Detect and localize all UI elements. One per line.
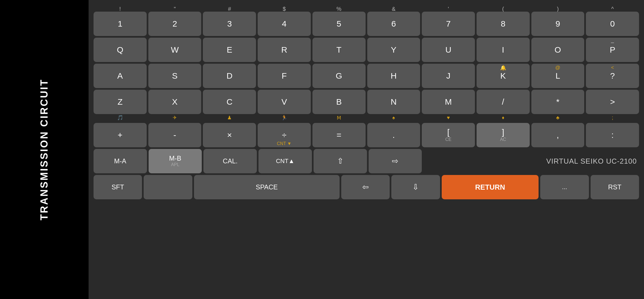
annot-x: ✈ xyxy=(148,114,201,121)
annot-z: 🎵 xyxy=(94,114,147,121)
key-sft[interactable]: SFT xyxy=(94,175,142,199)
key-g[interactable]: G xyxy=(312,64,366,88)
key-s[interactable]: S xyxy=(148,64,201,88)
key-2[interactable]: 2 xyxy=(148,12,201,36)
key-w[interactable]: W xyxy=(148,38,201,62)
key-bracket-close[interactable]: ] AC xyxy=(477,123,530,147)
key-7[interactable]: 7 xyxy=(422,12,475,36)
key-arrow-right[interactable]: ⇨ xyxy=(369,149,422,173)
key-gt[interactable]: > xyxy=(586,90,639,114)
key-c[interactable]: C xyxy=(203,90,256,114)
zxcv-container: Z X C V B N M / * > 🎵 ✈ ♟ 🏃 Ⅿ ♠ ♥ ♦ ♣ ; xyxy=(94,90,639,121)
annot-star: ♣ xyxy=(531,114,584,121)
key-9[interactable]: 9 xyxy=(531,12,584,36)
key-cal[interactable]: CAL. xyxy=(203,149,257,173)
key-d[interactable]: D xyxy=(203,64,256,88)
key-p[interactable]: – P xyxy=(586,38,639,62)
key-r[interactable]: R xyxy=(258,38,311,62)
annot-slash: ♦ xyxy=(477,114,530,121)
key-colon[interactable]: : xyxy=(586,123,639,147)
key-question[interactable]: < ? xyxy=(586,64,639,88)
key-h[interactable]: H xyxy=(367,64,420,88)
key-y[interactable]: Y xyxy=(367,38,420,62)
annot-b: Ⅿ xyxy=(312,114,366,121)
key-b[interactable]: B xyxy=(312,90,366,114)
key-q[interactable]: Q xyxy=(94,38,147,62)
key-i[interactable]: I xyxy=(477,38,530,62)
key-z[interactable]: Z xyxy=(94,90,147,114)
key-star[interactable]: * xyxy=(531,90,584,114)
zxcv-annot-row: 🎵 ✈ ♟ 🏃 Ⅿ ♠ ♥ ♦ ♣ ; xyxy=(94,114,639,121)
annot-m: ♥ xyxy=(422,114,475,121)
keyboard-area: ! " # $ % & ' ( ) ^ 1 2 3 4 5 6 7 8 9 0 … xyxy=(89,0,644,299)
key-space[interactable]: SPACE xyxy=(194,175,340,199)
ops-row: + - × ÷ CNT ▼ = . [ CE ] AC , : xyxy=(94,123,639,147)
key-bracket-open[interactable]: [ CE xyxy=(422,123,475,147)
key-l[interactable]: @ L xyxy=(531,64,584,88)
key-slash[interactable]: / xyxy=(477,90,530,114)
asdf-row: A S D F G H J 🔔 K @ L < ? xyxy=(94,64,639,88)
key-mb[interactable]: M-B APL xyxy=(149,149,202,173)
key-m[interactable]: M xyxy=(422,90,475,114)
zxcv-row: Z X C V B N M / * > xyxy=(94,90,639,114)
key-plus[interactable]: + xyxy=(94,123,147,147)
key-arrow-down[interactable]: ⇩ xyxy=(391,175,440,199)
sidebar: TRANSMISSION CIRCUIT xyxy=(0,0,89,299)
brand-label: VIRTUAL SEIKO UC-2100 xyxy=(423,149,639,173)
key-a[interactable]: A xyxy=(94,64,147,88)
key-u[interactable]: U xyxy=(422,38,475,62)
qwerty-row: Q W E R T Y U I O – P xyxy=(94,38,639,62)
number-row-container: ! " # $ % & ' ( ) ^ 1 2 3 4 5 6 7 8 9 0 xyxy=(94,5,639,36)
key-3[interactable]: 3 xyxy=(203,12,256,36)
key-5[interactable]: 5 xyxy=(312,12,366,36)
key-n[interactable]: N xyxy=(367,90,420,114)
key-ellipsis[interactable]: ... xyxy=(540,175,589,199)
key-t[interactable]: T xyxy=(312,38,366,62)
key-1[interactable]: 1 xyxy=(94,12,147,36)
annot-v: 🏃 xyxy=(258,114,311,121)
key-shift-up[interactable]: ⇧ xyxy=(314,149,367,173)
annot-gt: ; xyxy=(586,114,639,121)
key-divide[interactable]: ÷ CNT ▼ xyxy=(258,123,311,147)
key-cnt-up[interactable]: CNT▲ xyxy=(258,149,312,173)
bottom2-row: SFT SPACE ⇦ ⇩ RETURN ... RST xyxy=(94,175,639,199)
key-4[interactable]: 4 xyxy=(258,12,311,36)
key-x[interactable]: X xyxy=(148,90,201,114)
key-e[interactable]: E xyxy=(203,38,256,62)
number-row: 1 2 3 4 5 6 7 8 9 0 xyxy=(94,12,639,36)
key-ma[interactable]: M-A xyxy=(94,149,147,173)
key-return[interactable]: RETURN xyxy=(442,175,539,199)
key-dot[interactable]: . xyxy=(367,123,420,147)
key-comma[interactable]: , xyxy=(531,123,584,147)
key-equals[interactable]: = xyxy=(312,123,366,147)
annot-c: ♟ xyxy=(203,114,256,121)
annot-n: ♠ xyxy=(367,114,420,121)
key-arrow-left[interactable]: ⇦ xyxy=(341,175,390,199)
key-f[interactable]: F xyxy=(258,64,311,88)
key-times[interactable]: × xyxy=(203,123,256,147)
bottom1-row: M-A M-B APL CAL. CNT▲ ⇧ ⇨ VIRTUAL SEIKO … xyxy=(94,149,639,173)
key-minus[interactable]: - xyxy=(148,123,201,147)
key-j[interactable]: J xyxy=(422,64,475,88)
sidebar-title: TRANSMISSION CIRCUIT xyxy=(38,79,50,220)
key-empty-1[interactable] xyxy=(144,175,192,199)
key-o[interactable]: O xyxy=(531,38,584,62)
key-k[interactable]: 🔔 K xyxy=(477,64,530,88)
brand-text: VIRTUAL SEIKO UC-2100 xyxy=(546,157,637,166)
key-8[interactable]: 8 xyxy=(477,12,530,36)
key-v[interactable]: V xyxy=(258,90,311,114)
key-0[interactable]: 0 xyxy=(586,12,639,36)
key-6[interactable]: 6 xyxy=(367,12,420,36)
key-rst[interactable]: RST xyxy=(591,175,639,199)
